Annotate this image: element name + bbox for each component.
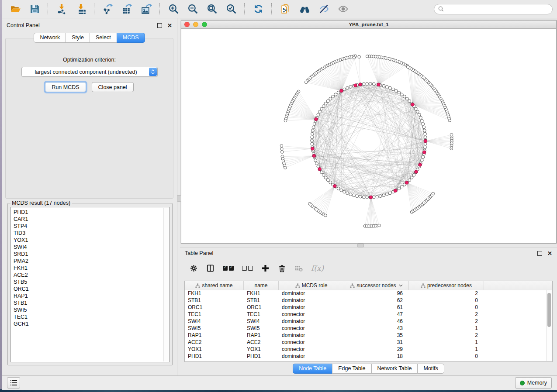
zoom-selected-icon[interactable] [222,2,240,17]
table-cell[interactable]: connector [279,325,344,331]
run-mcds-button[interactable]: Run MCDS [45,82,86,92]
table-cell[interactable]: YOX1 [185,346,244,352]
close-panel-icon[interactable]: ✕ [167,23,172,28]
mcds-result-item[interactable]: ACE2 [14,272,169,279]
mcds-result-item[interactable]: PHD1 [14,209,169,216]
table-row[interactable]: SWI5SWI5connector431 [185,325,546,332]
splitter-grip[interactable] [357,244,364,248]
table-cell[interactable]: FKH1 [185,290,244,296]
add-column-icon[interactable] [261,262,270,274]
open-file-icon[interactable] [6,2,24,17]
table-cell[interactable]: STB1 [185,297,244,303]
table-cell[interactable]: 43 [344,325,409,331]
refresh-layout-icon[interactable] [249,2,267,17]
table-cell[interactable]: 1 [409,339,484,345]
mcds-result-item[interactable]: CAR1 [14,216,169,223]
zoom-in-icon[interactable] [164,2,183,17]
tab-mcds[interactable]: MCDS [117,33,145,43]
table-row[interactable]: STB1STB1dominator620 [185,297,546,304]
table-cell[interactable]: dominator [279,332,344,338]
search-box[interactable] [434,4,553,14]
table-cell[interactable]: SWI4 [244,318,279,324]
table-cell[interactable]: 47 [344,311,409,317]
table-cell[interactable]: 2 [409,311,484,317]
column-header-predecessor-nodes[interactable]: predecessor nodes [409,281,484,290]
import-network-icon[interactable] [52,2,71,17]
mcds-result-list[interactable]: PHD1CAR1STP4TID3YOX1SWI4SRD1PMA2FKH1ACE2… [10,207,170,362]
table-cell[interactable]: 96 [344,290,409,296]
table-scrollbar-thumb[interactable] [547,293,551,327]
vertical-splitter[interactable] [177,18,180,375]
table-row[interactable]: RAP1RAP1dominator352 [185,332,546,339]
table-cell[interactable]: dominator [279,290,344,296]
table-cell[interactable]: ACE2 [185,339,244,345]
table-cell[interactable]: dominator [279,353,344,359]
export-table-icon[interactable] [118,2,136,17]
table-cell[interactable]: TEC1 [244,311,279,317]
tab-network-table[interactable]: Network Table [371,364,418,374]
table-row[interactable]: PHD1PHD1dominator180 [185,353,546,360]
memory-button[interactable]: Memory [515,377,552,389]
tab-network[interactable]: Network [34,33,66,43]
table-row[interactable]: FKH1FKH1dominator962 [185,290,546,297]
table-row[interactable]: TEC1TEC1connector472 [185,311,546,318]
optimization-dropdown[interactable]: largest connected component (undirected) [21,67,158,77]
table-cell[interactable]: 61 [344,304,409,310]
table-cell[interactable]: ORC1 [185,304,244,310]
import-table-icon[interactable] [72,2,90,17]
column-header-shared-name[interactable]: shared name [185,281,244,290]
table-cell[interactable]: 0 [409,304,484,310]
table-cell[interactable]: RAP1 [244,332,279,338]
table-cell[interactable]: ORC1 [244,304,279,310]
table-cell[interactable]: 1 [409,346,484,352]
table-cell[interactable]: 18 [344,353,409,359]
table-cell[interactable]: 0 [409,353,484,359]
delete-column-icon[interactable] [278,262,286,274]
table-cell[interactable]: SWI5 [185,325,244,331]
show-columns-icon[interactable] [206,262,214,274]
mcds-result-item[interactable]: STP4 [14,223,169,230]
table-cell[interactable]: 62 [344,297,409,303]
table-cell[interactable]: 29 [344,346,409,352]
tab-style[interactable]: Style [66,33,90,43]
tab-select[interactable]: Select [90,33,117,43]
network-canvas[interactable] [181,29,556,243]
zoom-fit-icon[interactable] [203,2,221,17]
search-input[interactable] [446,6,548,13]
table-cell[interactable]: 2 [409,290,484,296]
network-document-icon[interactable] [276,2,294,17]
mcds-result-item[interactable]: SRD1 [14,251,169,258]
column-header-MCDS-role[interactable]: MCDS role [279,281,344,290]
column-header-name[interactable]: name [244,281,279,290]
table-row[interactable]: SWI4SWI4dominator462 [185,318,546,325]
save-session-icon[interactable] [25,2,44,17]
float-panel-icon[interactable] [157,23,162,28]
mcds-result-item[interactable]: RAP1 [14,292,169,299]
table-cell[interactable]: 35 [344,332,409,338]
table-cell[interactable]: 2 [409,332,484,338]
table-cell[interactable]: connector [279,311,344,317]
export-network-icon[interactable] [99,2,117,17]
mcds-result-item[interactable]: TID3 [14,230,169,237]
mcds-result-item[interactable]: GCR1 [14,320,169,327]
mcds-result-item[interactable]: SWI5 [14,306,169,313]
tab-node-table[interactable]: Node Table [293,364,332,374]
mcds-result-item[interactable]: SWI4 [14,244,169,251]
mcds-result-item[interactable]: STB5 [14,279,169,285]
table-cell[interactable]: YOX1 [244,346,279,352]
mcds-result-item[interactable]: ORC1 [14,285,169,292]
list-scrollbar-track[interactable] [163,208,169,361]
export-image-icon[interactable] [137,2,156,17]
show-eye-icon[interactable] [334,2,352,17]
table-cell[interactable]: PHD1 [185,353,244,359]
network-graph[interactable] [181,29,556,243]
network-window-titlebar[interactable]: YPA_prune.txt_1 [181,21,556,29]
table-cell[interactable]: connector [279,346,344,352]
show-panels-button[interactable] [7,377,20,389]
table-cell[interactable]: connector [279,339,344,345]
table-cell[interactable]: TEC1 [185,311,244,317]
zoom-out-icon[interactable] [183,2,202,17]
table-row[interactable]: ACE2ACE2connector311 [185,339,546,346]
table-row[interactable]: ORC1ORC1dominator610 [185,304,546,311]
mcds-result-item[interactable]: YOX1 [14,237,169,244]
